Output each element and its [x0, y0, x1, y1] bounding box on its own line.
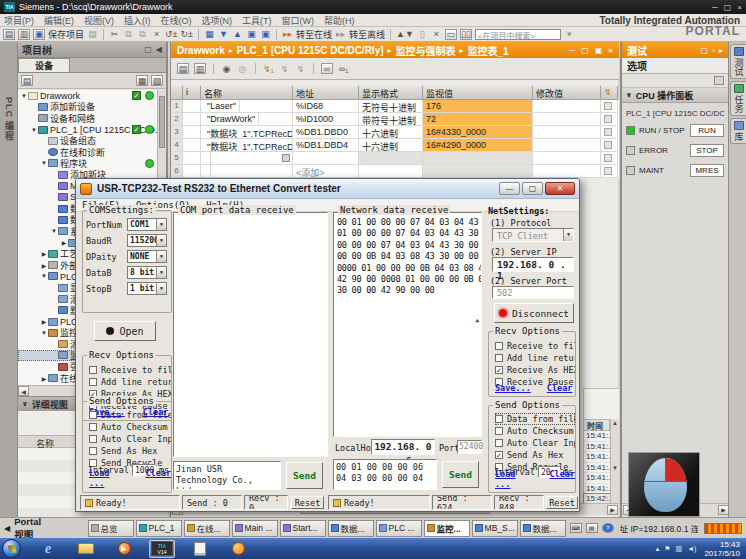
- modify-checkbox[interactable]: [604, 128, 612, 136]
- expander-icon[interactable]: ▼: [30, 127, 38, 133]
- name-cell[interactable]: "Laser": [201, 100, 293, 113]
- localhost-ip-input[interactable]: 192.168. 0 . 6: [371, 439, 435, 455]
- tree-item[interactable]: ▼ Drawwork: [18, 90, 158, 101]
- menu-item[interactable]: 帮助(H): [324, 14, 355, 27]
- monitor-value-cell[interactable]: 16#4330_0000: [423, 126, 533, 139]
- com-reset-button[interactable]: Reset: [291, 496, 324, 509]
- redo-icon[interactable]: ↻±: [181, 29, 193, 40]
- menu-item[interactable]: 编辑(E): [44, 14, 74, 27]
- go-offline-button[interactable]: 转至离线: [349, 28, 385, 41]
- new-item-icon[interactable]: ▤: [21, 75, 33, 86]
- collapse-box-icon[interactable]: [714, 76, 724, 85]
- expander-icon[interactable]: ▶: [40, 375, 48, 382]
- window-split1-icon[interactable]: ▭: [445, 29, 457, 40]
- modify-flag-cell[interactable]: [601, 139, 618, 152]
- table-row[interactable]: 3 "数据块_1".TCPRecDat[0] %DB1.DBD0 十六进制 16…: [171, 126, 619, 139]
- monitor-value-cell[interactable]: 16#4290_0000: [423, 139, 533, 152]
- checkbox-row[interactable]: Add line return: [495, 352, 575, 364]
- tree-item[interactable]: 设备组态: [18, 135, 158, 146]
- table-row[interactable]: 1 "Laser" %ID68 无符号十进制 176: [171, 100, 619, 113]
- panel-float-icon[interactable]: ▢: [701, 46, 709, 55]
- com-send-button[interactable]: Send: [286, 462, 323, 489]
- help-icon[interactable]: ?: [602, 523, 614, 533]
- format-cell[interactable]: [359, 165, 423, 178]
- scroll-up-icon[interactable]: ▲: [475, 316, 479, 323]
- protocol-dropdown[interactable]: TCP Client ▼: [492, 228, 574, 242]
- menu-item[interactable]: 项目(P): [4, 14, 34, 27]
- compile-icon[interactable]: ▦: [204, 29, 215, 40]
- expander-icon[interactable]: ▼: [40, 330, 48, 336]
- go-online-button[interactable]: 转至在线: [296, 28, 332, 41]
- table-row[interactable]: 6 <添加>: [171, 165, 619, 178]
- menu-item[interactable]: 在线(O): [161, 14, 192, 27]
- insert-row-icon[interactable]: ▤: [177, 63, 189, 74]
- editor-tab-button[interactable]: 在线...: [184, 520, 230, 537]
- modify-flag-cell[interactable]: [601, 152, 618, 165]
- editor-tab-button[interactable]: Main ...: [232, 520, 278, 537]
- expander-icon[interactable]: ▼: [40, 273, 48, 279]
- ie-taskbar-icon[interactable]: e: [35, 540, 61, 558]
- bit-view-icon[interactable]: ∞: [321, 63, 333, 74]
- modify-checkbox[interactable]: [604, 167, 612, 175]
- usr-app-taskbar-icon[interactable]: [225, 540, 251, 558]
- address-cell[interactable]: %DB1.DBD0: [293, 126, 359, 139]
- modify-flag-cell[interactable]: [601, 165, 618, 178]
- maximize-icon[interactable]: ▢: [724, 3, 732, 12]
- pin-icon[interactable]: ▢: [144, 45, 152, 54]
- modify-value-cell[interactable]: [533, 165, 601, 178]
- address-cell[interactable]: %DB1.DBD4: [293, 139, 359, 152]
- load-link[interactable]: Load ...: [495, 469, 533, 489]
- inspector-scrollbar[interactable]: ▲▼: [610, 419, 619, 503]
- cpu-panel-section-header[interactable]: ∨CPU 操作面板: [622, 88, 728, 103]
- diagnostic-timestamp[interactable]: 15:41:...: [584, 484, 610, 495]
- checkbox-row[interactable]: Send As Hex: [89, 445, 171, 457]
- expander-icon[interactable]: ▼: [50, 228, 58, 234]
- editor-tab-button[interactable]: Start...: [280, 520, 326, 537]
- dialog-close-icon[interactable]: ✕: [545, 182, 575, 195]
- diagnostic-timestamp[interactable]: 15:41:...: [584, 442, 610, 453]
- checkbox-row[interactable]: Auto Clear Input: [495, 437, 575, 449]
- save-link[interactable]: Save...: [495, 383, 531, 393]
- folder-icon[interactable]: ▤: [586, 523, 598, 533]
- editor-tab-button[interactable]: 监控...: [424, 520, 470, 537]
- monitor-all-icon[interactable]: ◉: [221, 63, 232, 74]
- diagnostic-timestamp[interactable]: 15:41:...: [584, 463, 610, 474]
- clear-link[interactable]: Clear: [145, 468, 171, 488]
- editor-tab-button[interactable]: MB_S...: [472, 520, 518, 537]
- task-card-tab[interactable]: 任务: [730, 81, 746, 116]
- monitor-value-cell[interactable]: 72: [423, 113, 533, 126]
- upload-icon[interactable]: ▲: [232, 29, 243, 40]
- format-cell[interactable]: 无符号十进制: [359, 100, 423, 113]
- modify-value-cell[interactable]: [533, 126, 601, 139]
- expander-icon[interactable]: ▶: [40, 250, 48, 257]
- minimize-icon[interactable]: ─: [712, 3, 718, 12]
- tab-devices[interactable]: 设备: [18, 58, 70, 72]
- modify-once-icon[interactable]: ↯₁: [263, 63, 274, 74]
- clear-link[interactable]: Clear: [549, 469, 575, 489]
- disconnect-button[interactable]: Disconnect: [494, 303, 574, 323]
- address-cell[interactable]: [293, 152, 359, 165]
- stop-cpu-icon[interactable]: ▣: [260, 29, 271, 40]
- monitor-value-cell[interactable]: [423, 165, 533, 178]
- search-icon[interactable]: ▾: [564, 29, 575, 40]
- menu-item[interactable]: 视图(V): [84, 14, 114, 27]
- modify-value-cell[interactable]: [533, 100, 601, 113]
- tree-item[interactable]: 设备和网络: [18, 113, 158, 124]
- breadcrumb-watchfolder[interactable]: 监控与强制表: [396, 43, 456, 58]
- modify-value-cell[interactable]: [533, 152, 601, 165]
- undo-icon[interactable]: ↺±: [165, 29, 177, 40]
- cpu-command-button[interactable]: MRES: [690, 164, 724, 177]
- expander-icon[interactable]: ▶: [60, 239, 68, 246]
- copy-icon[interactable]: ⧉: [123, 29, 134, 40]
- delete-icon[interactable]: ×: [151, 29, 162, 40]
- format-cell[interactable]: [359, 152, 423, 165]
- save-project-button[interactable]: 保存项目: [48, 28, 84, 41]
- tia-portal-taskbar-icon[interactable]: TIAV14: [149, 540, 175, 558]
- checkbox-row[interactable]: Send As Hex: [495, 449, 575, 461]
- tray-expand-icon[interactable]: ▴: [656, 545, 660, 553]
- menu-item[interactable]: 选项(N): [202, 14, 233, 27]
- expander-icon[interactable]: ▶: [40, 262, 48, 269]
- format-cell[interactable]: 带符号十进制: [359, 113, 423, 126]
- dialog-titlebar[interactable]: USR-TCP232-Test RS232 to Ethernet Conver…: [76, 179, 579, 199]
- clear-link[interactable]: Clear: [547, 383, 573, 393]
